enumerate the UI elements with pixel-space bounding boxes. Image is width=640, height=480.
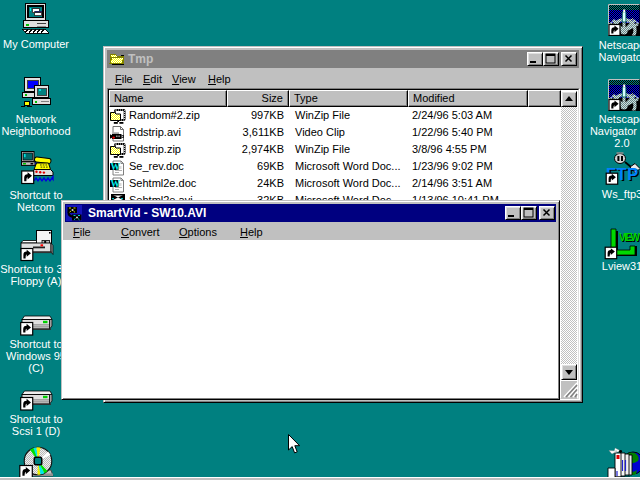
svg-text:VIEW: VIEW bbox=[619, 232, 640, 243]
svg-text:W: W bbox=[110, 162, 120, 172]
svg-text:W: W bbox=[110, 179, 120, 189]
